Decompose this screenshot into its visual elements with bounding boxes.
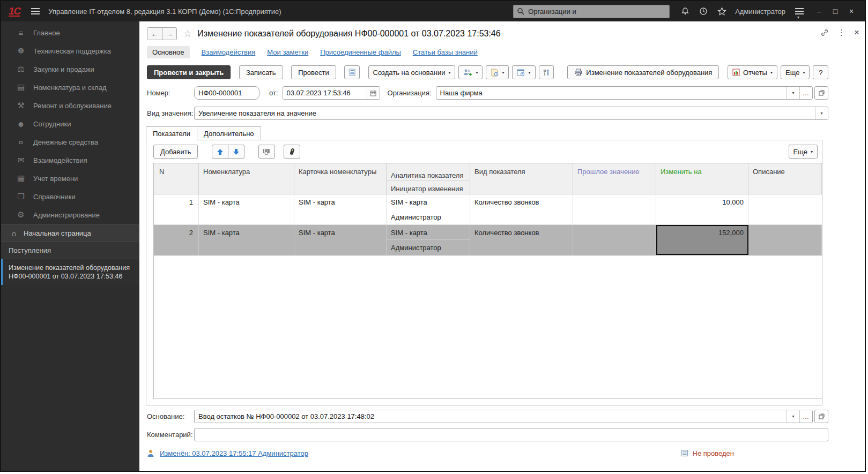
- global-search-box[interactable]: [513, 5, 670, 18]
- col-header-kind[interactable]: Вид показателя: [470, 163, 573, 194]
- col-header-change[interactable]: Изменить на: [656, 163, 748, 194]
- barcode-scan-icon[interactable]: [258, 145, 275, 159]
- close-window-button[interactable]: ×: [843, 4, 859, 18]
- comment-input[interactable]: [195, 428, 828, 441]
- kind-input[interactable]: [195, 107, 815, 119]
- chevron-down-icon[interactable]: ▾: [815, 107, 828, 119]
- service-parameters-button[interactable]: [539, 65, 554, 79]
- choose-button[interactable]: …: [799, 410, 812, 423]
- main-menu-icon[interactable]: [31, 11, 40, 12]
- calendar-icon[interactable]: [367, 87, 380, 99]
- col-header-previous[interactable]: Прошлое значение: [573, 163, 656, 194]
- more-button[interactable]: Еще▾: [781, 65, 810, 79]
- kebab-menu-icon[interactable]: ⋮: [837, 28, 845, 37]
- choose-button[interactable]: …: [799, 87, 812, 99]
- modified-link[interactable]: Изменён: 03.07.2023 17:55:17 Администрат…: [160, 449, 308, 457]
- cell-analytics[interactable]: SIM - карта Администратор: [387, 225, 470, 255]
- current-user[interactable]: Администратор: [735, 7, 785, 16]
- col-header-nomenclature[interactable]: Номенклатура: [199, 163, 294, 194]
- cell-card[interactable]: SIM - карта: [294, 225, 387, 255]
- cell-kind[interactable]: Количество звонков: [470, 194, 573, 224]
- maximize-button[interactable]: □: [827, 4, 843, 18]
- close-document-icon[interactable]: ×: [854, 27, 859, 38]
- forward-arrow-icon[interactable]: →: [162, 28, 176, 40]
- organization-input[interactable]: [436, 87, 787, 99]
- print-button[interactable]: Изменение показателей оборудования: [567, 65, 719, 79]
- chevron-down-icon[interactable]: ▾: [787, 87, 799, 99]
- nav-link-interactions[interactable]: Взаимодействия: [202, 48, 256, 56]
- col-header-analytics[interactable]: Аналитика показателя Инициатор изменения: [387, 163, 470, 194]
- sidebar-item-employees[interactable]: ☻Сотрудники: [1, 115, 139, 133]
- sidebar-tab-receipts[interactable]: Поступления: [1, 242, 139, 259]
- sidebar-item-money[interactable]: ¤Денежные средства: [1, 133, 139, 151]
- cell-n[interactable]: 1: [154, 194, 199, 224]
- date-field[interactable]: [283, 86, 380, 100]
- table-row-selected[interactable]: 2 SIM - карта SIM - карта SIM - карта Ад…: [154, 225, 822, 255]
- minimize-button[interactable]: –: [811, 4, 827, 18]
- tab-osnovnoe[interactable]: Основное: [147, 46, 190, 58]
- number-field[interactable]: [194, 86, 259, 100]
- sidebar-tab-active-document[interactable]: Изменение показателей оборудования НФ00-…: [1, 259, 139, 285]
- sidebar-item-warehouse[interactable]: ▤Номенклатура и склад: [1, 78, 139, 96]
- search-input[interactable]: [527, 7, 666, 16]
- sidebar-item-purchases[interactable]: ⚖Закупки и продажи: [1, 60, 139, 78]
- back-arrow-icon[interactable]: ←: [147, 28, 162, 40]
- cell-n[interactable]: 2: [154, 225, 199, 255]
- favorites-star-icon[interactable]: [713, 4, 731, 18]
- open-in-new-icon[interactable]: [814, 410, 828, 423]
- sidebar-item-support[interactable]: ☸Техническая поддержка: [1, 42, 139, 60]
- cell-analytics[interactable]: SIM - карта Администратор: [387, 194, 470, 224]
- basis-field[interactable]: ▾ …: [194, 410, 813, 423]
- col-header-n[interactable]: N: [154, 163, 199, 194]
- basis-input[interactable]: [195, 410, 787, 423]
- sidebar-item-timetracking[interactable]: ▦Учет времени: [1, 169, 139, 187]
- sidebar-item-repair[interactable]: ⚒Ремонт и обслуживание: [1, 96, 139, 115]
- table-more-button[interactable]: Еще▾: [789, 145, 818, 159]
- move-down-icon[interactable]: [228, 145, 244, 159]
- organization-field[interactable]: ▾ …: [436, 86, 813, 100]
- cell-card[interactable]: SIM - карта: [294, 194, 387, 224]
- notifications-bell-icon[interactable]: [676, 4, 694, 18]
- link-icon[interactable]: [820, 28, 829, 37]
- cell-previous[interactable]: [573, 194, 656, 224]
- reports-button[interactable]: Отчеты▾: [728, 65, 777, 79]
- register-records-button[interactable]: [344, 65, 360, 79]
- date-input[interactable]: [283, 87, 367, 99]
- create-based-on-button[interactable]: Создать на основании▾: [368, 65, 456, 79]
- deadline-document-button[interactable]: ▾: [486, 65, 509, 79]
- sidebar-item-administration[interactable]: ⚙Администрирование: [1, 206, 139, 224]
- help-button[interactable]: ?: [813, 65, 828, 79]
- sidebar-home[interactable]: ⌂ Начальная страница: [1, 224, 139, 242]
- col-header-description[interactable]: Описание: [748, 163, 822, 194]
- history-icon[interactable]: [694, 4, 713, 18]
- move-up-icon[interactable]: [212, 145, 228, 159]
- cell-previous[interactable]: [573, 225, 656, 255]
- add-row-button[interactable]: Добавить: [153, 145, 198, 159]
- cell-nomenclature[interactable]: SIM - карта: [199, 194, 294, 224]
- cell-change-selected[interactable]: 152,000: [656, 225, 748, 255]
- number-input[interactable]: [195, 87, 259, 99]
- sidebar-item-interactions[interactable]: ✉Взаимодействия: [1, 151, 139, 169]
- nav-link-attached-files[interactable]: Присоединенные файлы: [320, 48, 401, 56]
- cell-change[interactable]: 10,000: [656, 194, 748, 224]
- cell-kind[interactable]: Количество звонков: [470, 225, 573, 255]
- post-and-close-button[interactable]: Провести и закрыть: [147, 65, 231, 79]
- tab-indicators[interactable]: Показатели: [146, 126, 197, 140]
- cell-nomenclature[interactable]: SIM - карта: [199, 225, 294, 255]
- comment-field[interactable]: [194, 428, 828, 441]
- sidebar-item-catalogs[interactable]: ❐Справочники: [1, 187, 139, 206]
- table-row[interactable]: 1 SIM - карта SIM - карта SIM - карта Ад…: [154, 194, 822, 225]
- cell-description[interactable]: [748, 194, 822, 224]
- kind-field[interactable]: ▾: [194, 107, 828, 120]
- assign-performer-button[interactable]: ▾: [458, 65, 483, 79]
- chevron-down-icon[interactable]: ▾: [787, 410, 799, 423]
- open-in-new-icon[interactable]: [814, 86, 828, 100]
- cell-description[interactable]: [748, 225, 822, 255]
- nav-link-knowledge-base[interactable]: Статьи базы знаний: [413, 48, 478, 56]
- service-menu-icon[interactable]: ▾: [795, 11, 804, 12]
- post-button[interactable]: Провести: [291, 65, 336, 79]
- scanner-device-icon[interactable]: [284, 145, 300, 159]
- save-button[interactable]: Записать: [239, 65, 283, 79]
- sidebar-item-main[interactable]: ≡Главное: [1, 24, 139, 42]
- favorite-star-icon[interactable]: ☆: [183, 28, 192, 40]
